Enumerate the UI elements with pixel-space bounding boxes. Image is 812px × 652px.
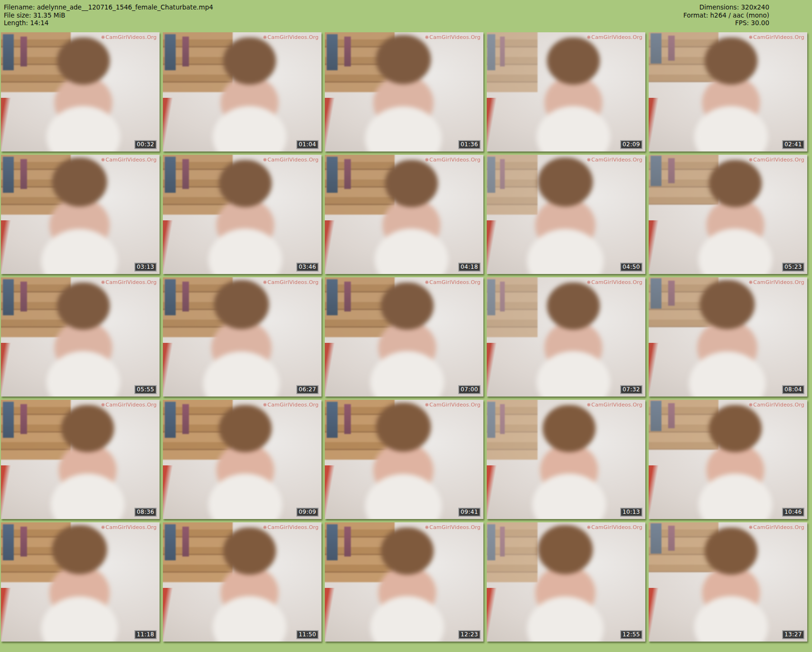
video-thumbnail: ❋CamGirlVideos.Org 08:04 — [649, 277, 807, 397]
video-thumbnail: ❋CamGirlVideos.Org 10:13 — [487, 400, 645, 519]
video-thumbnail: ❋CamGirlVideos.Org 05:55 — [1, 277, 160, 397]
watermark: ❋CamGirlVideos.Org — [425, 157, 481, 163]
timestamp-badge: 10:13 — [620, 508, 642, 517]
thumbnail-placeholder-image — [1, 277, 160, 397]
watermark-logo-icon: ❋ — [263, 402, 267, 407]
watermark: ❋CamGirlVideos.Org — [263, 524, 319, 530]
thumbnail-placeholder-image — [325, 522, 483, 642]
watermark: ❋CamGirlVideos.Org — [749, 157, 804, 163]
file-info-left: Filename: adelynne_ade__120716_1546_fema… — [4, 3, 213, 27]
watermark-text: CamGirlVideos.Org — [591, 279, 642, 285]
watermark-text: CamGirlVideos.Org — [753, 524, 804, 530]
watermark-logo-icon: ❋ — [425, 525, 429, 530]
watermark-logo-icon: ❋ — [749, 35, 753, 40]
watermark-logo-icon: ❋ — [425, 35, 429, 40]
timestamp-badge: 04:18 — [458, 263, 481, 272]
thumbnail-placeholder-image — [487, 155, 645, 274]
watermark: ❋CamGirlVideos.Org — [587, 34, 642, 40]
watermark: ❋CamGirlVideos.Org — [749, 402, 804, 408]
watermark: ❋CamGirlVideos.Org — [587, 402, 642, 408]
video-thumbnail: ❋CamGirlVideos.Org 01:36 — [325, 32, 483, 151]
thumbnail-placeholder-image — [487, 32, 645, 151]
dimensions-line: Dimensions: 320x240 — [683, 3, 769, 11]
video-thumbnail: ❋CamGirlVideos.Org 08:36 — [1, 400, 160, 519]
thumbnail-placeholder-image — [487, 522, 645, 642]
watermark: ❋CamGirlVideos.Org — [263, 402, 319, 408]
watermark-logo-icon: ❋ — [749, 157, 753, 162]
watermark: ❋CamGirlVideos.Org — [749, 34, 804, 40]
watermark-logo-icon: ❋ — [101, 402, 105, 407]
timestamp-badge: 08:36 — [134, 508, 157, 517]
thumbnail-placeholder-image — [487, 400, 645, 519]
watermark-text: CamGirlVideos.Org — [105, 34, 157, 40]
video-thumbnail: ❋CamGirlVideos.Org 09:41 — [325, 400, 483, 519]
watermark: ❋CamGirlVideos.Org — [263, 157, 319, 163]
watermark-logo-icon: ❋ — [749, 402, 753, 407]
thumbnail-placeholder-image — [325, 277, 483, 397]
video-thumbnail: ❋CamGirlVideos.Org 12:23 — [325, 522, 483, 642]
watermark-logo-icon: ❋ — [263, 525, 267, 530]
timestamp-badge: 07:00 — [458, 385, 481, 394]
timestamp-badge: 02:41 — [782, 140, 804, 149]
thumbnail-placeholder-image — [1, 155, 160, 274]
video-thumbnail: ❋CamGirlVideos.Org 03:46 — [163, 155, 321, 274]
timestamp-badge: 02:09 — [620, 140, 642, 149]
video-thumbnail: ❋CamGirlVideos.Org 13:27 — [649, 522, 807, 642]
thumbnail-placeholder-image — [163, 400, 321, 519]
watermark-logo-icon: ❋ — [263, 280, 267, 285]
thumbnail-placeholder-image — [325, 400, 483, 519]
watermark-text: CamGirlVideos.Org — [591, 402, 642, 408]
video-thumbnail: ❋CamGirlVideos.Org 09:09 — [163, 400, 321, 519]
thumbnail-placeholder-image — [1, 32, 160, 151]
watermark-text: CamGirlVideos.Org — [753, 279, 804, 285]
watermark-logo-icon: ❋ — [587, 402, 591, 407]
video-thumbnail: ❋CamGirlVideos.Org 02:09 — [487, 32, 645, 151]
watermark-text: CamGirlVideos.Org — [429, 279, 481, 285]
timestamp-badge: 11:18 — [134, 630, 157, 639]
watermark-logo-icon: ❋ — [425, 402, 429, 407]
thumbnail-grid: ❋CamGirlVideos.Org 00:32 ❋CamGirlVideos.… — [1, 32, 808, 642]
watermark-text: CamGirlVideos.Org — [105, 279, 157, 285]
filesize-line: File size: 31.35 MiB — [4, 11, 213, 19]
watermark-text: CamGirlVideos.Org — [753, 402, 804, 408]
length-line: Length: 14:14 — [4, 19, 213, 27]
video-thumbnail: ❋CamGirlVideos.Org 11:50 — [163, 522, 321, 642]
format-line: Format: h264 / aac (mono) — [683, 11, 769, 19]
watermark-text: CamGirlVideos.Org — [591, 34, 642, 40]
watermark-text: CamGirlVideos.Org — [267, 279, 319, 285]
watermark-logo-icon: ❋ — [587, 280, 591, 285]
timestamp-badge: 10:46 — [782, 508, 804, 517]
watermark-logo-icon: ❋ — [101, 525, 105, 530]
timestamp-badge: 08:04 — [782, 385, 804, 394]
timestamp-badge: 09:41 — [458, 508, 481, 517]
video-thumbnail: ❋CamGirlVideos.Org 07:00 — [325, 277, 483, 397]
watermark-logo-icon: ❋ — [101, 35, 105, 40]
watermark: ❋CamGirlVideos.Org — [263, 279, 319, 285]
thumbnail-placeholder-image — [649, 277, 807, 397]
watermark: ❋CamGirlVideos.Org — [587, 524, 642, 530]
watermark-text: CamGirlVideos.Org — [105, 524, 157, 530]
watermark: ❋CamGirlVideos.Org — [101, 157, 157, 163]
video-thumbnail: ❋CamGirlVideos.Org 04:18 — [325, 155, 483, 274]
timestamp-badge: 13:27 — [782, 630, 804, 639]
video-thumbnail: ❋CamGirlVideos.Org 12:55 — [487, 522, 645, 642]
watermark-text: CamGirlVideos.Org — [591, 157, 642, 163]
timestamp-badge: 11:50 — [296, 630, 319, 639]
watermark: ❋CamGirlVideos.Org — [425, 402, 481, 408]
watermark-logo-icon: ❋ — [425, 280, 429, 285]
thumbnail-placeholder-image — [163, 522, 321, 642]
watermark-logo-icon: ❋ — [587, 525, 591, 530]
watermark-text: CamGirlVideos.Org — [267, 34, 319, 40]
watermark-text: CamGirlVideos.Org — [429, 402, 481, 408]
watermark: ❋CamGirlVideos.Org — [425, 34, 481, 40]
watermark: ❋CamGirlVideos.Org — [263, 34, 319, 40]
thumbnail-placeholder-image — [649, 522, 807, 642]
timestamp-badge: 07:32 — [620, 385, 642, 394]
video-thumbnail: ❋CamGirlVideos.Org 11:18 — [1, 522, 160, 642]
filename-line: Filename: adelynne_ade__120716_1546_fema… — [4, 3, 213, 11]
video-thumbnail: ❋CamGirlVideos.Org 06:27 — [163, 277, 321, 397]
fps-line: FPS: 30.00 — [683, 19, 769, 27]
timestamp-badge: 03:13 — [134, 263, 157, 272]
thumbnail-placeholder-image — [1, 400, 160, 519]
watermark-logo-icon: ❋ — [263, 157, 267, 162]
